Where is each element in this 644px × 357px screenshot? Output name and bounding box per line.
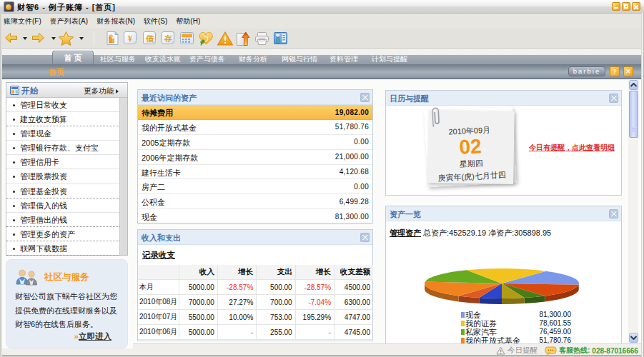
breadcrumb: 首页 — [49, 67, 64, 78]
window-buttons — [612, 2, 640, 11]
tab-item[interactable]: 社区与服务 — [100, 54, 136, 64]
menu-item[interactable]: 财务报表(N) — [96, 16, 135, 26]
close-page-button[interactable]: ✕ — [623, 66, 633, 76]
calculator-icon — [179, 31, 194, 46]
panel-close-icon[interactable] — [609, 209, 618, 218]
maximize-button[interactable] — [622, 2, 630, 11]
record-income-link[interactable]: 记录收支 — [142, 250, 175, 261]
asset-row[interactable]: 公积金6,499.28 — [138, 194, 372, 209]
deposit-document-icon: 存 — [161, 31, 176, 46]
legend-swatch — [461, 321, 465, 326]
calculator-button[interactable] — [179, 31, 194, 49]
manage-assets-link[interactable]: 管理资产 — [390, 228, 421, 238]
table-row[interactable]: 2010年06月5000.00-255.00-4745.00 — [138, 325, 373, 340]
forward-button[interactable] — [31, 31, 45, 48]
recent-assets-title: 最近访问的资产 — [142, 93, 197, 104]
legend-swatch — [461, 312, 465, 318]
bullet-icon — [13, 133, 15, 135]
table-cell: -7.04% — [295, 295, 334, 310]
table-header-row: 收入增长支出增长收支差额 — [138, 265, 373, 280]
export-button[interactable] — [235, 31, 251, 49]
asset-row[interactable]: 现金81,300.00 — [138, 209, 372, 224]
table-row[interactable]: 本月5000.00-28.57%500.00-28.57%4500.00 — [138, 280, 373, 295]
table-cell: 753.00 — [257, 310, 295, 325]
tab-strip: 首 页 社区与服务收支流水账资产与债务财务分析网银与行情资料管理计划与提醒 — [0, 49, 644, 64]
toolbar: ¥借存 — [0, 29, 644, 49]
vertical-scrollbar[interactable] — [628, 80, 638, 343]
start-menu-item[interactable]: 管理基金投资 — [6, 184, 119, 198]
menu-item[interactable]: 帮助(H) — [176, 16, 200, 26]
start-menu-item[interactable]: 管理信用卡 — [6, 155, 119, 169]
asset-row[interactable]: 2006年定期存款21,000.00 — [138, 150, 372, 165]
account-book-icon — [105, 31, 120, 46]
table-cell: - — [217, 325, 256, 340]
bottom-left-band — [0, 348, 133, 355]
alerts-button[interactable] — [217, 31, 234, 49]
sidebar-scrollbar[interactable] — [119, 98, 127, 255]
minimize-button[interactable] — [612, 2, 620, 11]
start-menu-item-label: 管理股票投资 — [20, 172, 67, 181]
panel-close-icon[interactable] — [360, 93, 370, 102]
tab-item[interactable]: 资料管理 — [330, 54, 358, 64]
start-menu-item[interactable]: 建立收支预算 — [6, 112, 119, 126]
start-menu-item[interactable]: 管理现金 — [6, 126, 119, 141]
tab-item[interactable]: 资产与债务 — [189, 54, 225, 64]
start-menu-item[interactable]: 管理股票投资 — [6, 169, 119, 183]
user-button[interactable]: barbie — [568, 66, 605, 76]
tab-item[interactable]: 计划与提醒 — [372, 54, 407, 64]
forward-dropdown-icon[interactable] — [51, 37, 56, 40]
asset-row[interactable]: 我的开放式基金51,780.76 — [138, 120, 372, 135]
start-menu-item[interactable]: 管理银行存款、支付宝 — [6, 141, 119, 155]
panel-close-icon[interactable] — [360, 233, 370, 242]
scroll-down-button[interactable] — [629, 333, 638, 343]
heart-finance-icon — [197, 31, 214, 46]
favorites-button[interactable] — [58, 31, 74, 49]
logo-ball-icon — [6, 4, 11, 10]
asset-row[interactable]: 房产二0.00 — [138, 179, 372, 194]
tab-home[interactable]: 首 页 — [52, 51, 94, 64]
asset-value: 51,780.76 — [335, 123, 369, 131]
scroll-up-button[interactable] — [629, 80, 638, 90]
scrollbar-thumb[interactable] — [629, 91, 638, 138]
svg-text:¥: ¥ — [128, 34, 132, 44]
tab-item[interactable]: 财务分析 — [239, 54, 267, 64]
table-cell: -28.57% — [217, 280, 256, 295]
deposit-button[interactable]: 存 — [161, 31, 176, 49]
hotline[interactable]: 客服热线: 028-87016666 — [545, 346, 638, 356]
more-functions-link[interactable]: 更多功能 — [84, 86, 119, 96]
settings-button[interactable] — [273, 31, 288, 49]
tab-item[interactable]: 网银与行情 — [282, 54, 317, 64]
loan-button[interactable]: 借 — [142, 31, 157, 49]
asset-row[interactable]: 建行生活卡4,120.68 — [138, 165, 372, 180]
back-dropdown-icon[interactable] — [23, 37, 27, 40]
enter-now-link[interactable]: »立即进入 — [74, 331, 112, 342]
back-button[interactable] — [4, 31, 18, 48]
menu-item[interactable]: 软件(S) — [144, 16, 167, 26]
asset-row[interactable]: 2005定期存款0.00 — [138, 135, 372, 150]
start-menu-item[interactable]: 联网下载数据 — [6, 241, 119, 256]
menu-item[interactable]: 资产列表(A) — [50, 16, 88, 26]
reminder-link[interactable]: 今日有提醒，点此查看明细 — [529, 143, 615, 153]
start-menu-item[interactable]: 管理日常收支 — [6, 98, 119, 112]
favorites-dropdown-icon[interactable] — [79, 37, 84, 40]
asset-row[interactable]: 待摊费用19,082.00 — [138, 105, 372, 120]
today-reminder[interactable]: 今日提醒 — [496, 346, 538, 356]
menu-item[interactable]: 账簿文件(F) — [4, 16, 41, 26]
table-row[interactable]: 2010年07月5500.0010.00%753.00195.29%4747.0… — [138, 310, 373, 325]
start-menu-item[interactable]: 管理借入的钱 — [6, 198, 119, 213]
asset-value: 19,082.00 — [335, 109, 369, 116]
finance-health-button[interactable] — [197, 31, 214, 49]
start-menu-item[interactable]: 管理借出的钱 — [6, 213, 119, 227]
close-button[interactable] — [632, 2, 640, 11]
start-menu-item[interactable]: 管理更多的资产 — [6, 227, 119, 241]
table-cell: -28.57% — [295, 280, 334, 295]
panel-close-icon[interactable] — [609, 94, 618, 103]
reminder-warning-icon — [496, 346, 505, 355]
table-row[interactable]: 2010年08月7000.0027.27%700.00-7.04%6300.00 — [138, 295, 373, 310]
income-expense-button[interactable]: ¥ — [123, 31, 138, 49]
account-book-button[interactable] — [105, 31, 120, 49]
help-button[interactable]: ? — [610, 66, 620, 76]
tab-item[interactable]: 收支流水账 — [145, 54, 181, 64]
table-cell: 4747.00 — [335, 310, 373, 325]
print-button[interactable] — [254, 31, 270, 49]
